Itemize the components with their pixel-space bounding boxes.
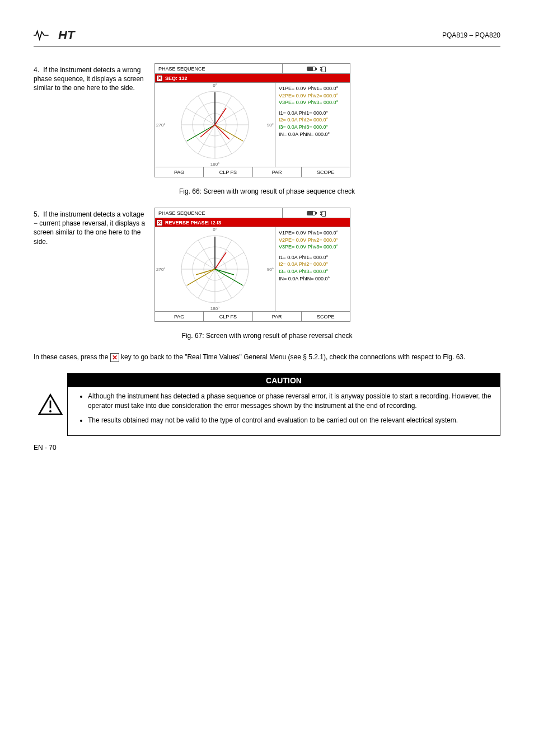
- deg-0-67: 0°: [213, 227, 217, 232]
- para-press-key: In these cases, press the ✕ key to go ba…: [34, 352, 500, 362]
- f67-3[interactable]: SCOPE: [302, 312, 350, 321]
- device-footer-66: PAG CLP FS PAR SCOPE: [155, 167, 350, 177]
- r66-v3: V3PE= 0.0V Phv3= 000.0°: [279, 99, 346, 106]
- r66-in: IN= 0.0A PhIN= 000.0°: [279, 131, 346, 138]
- r67-i3: I3= 0.0A PhI3= 000.0°: [279, 268, 346, 275]
- battery-icon-67: [307, 211, 316, 215]
- phasor-diagram-66: 0° 90° 180° 270°: [155, 83, 275, 167]
- instrument-screenshot-66: PHASE SEQUENCE ✕ SEQ: 132: [154, 63, 350, 177]
- r66-v1: V1PE= 0.0V Phv1= 000.0°: [279, 85, 346, 92]
- r67-v3: V3PE= 0.0V Phv3= 000.0°: [279, 243, 346, 251]
- svg-line-12: [215, 108, 226, 125]
- step-4-text: 4. If the instrument detects a wrong pha…: [34, 63, 146, 93]
- readout-66: V1PE= 0.0V Phv1= 000.0° V2PE= 0.0V Phv2=…: [275, 83, 350, 167]
- r67-in: IN= 0.0A PhIN= 000.0°: [279, 275, 346, 283]
- svg-line-26: [215, 269, 243, 285]
- svg-line-25: [187, 269, 215, 285]
- f67-1[interactable]: CLP FS: [204, 312, 252, 321]
- logo-text: HT: [58, 28, 74, 43]
- svg-line-27: [215, 252, 226, 269]
- f66-3[interactable]: SCOPE: [302, 167, 350, 177]
- device-error-bar: ✕ SEQ: 132: [155, 74, 350, 83]
- footer-left: EN - 70: [34, 444, 57, 452]
- brand-logo: HT: [34, 28, 74, 43]
- warning-triangle-icon: [38, 393, 63, 416]
- page-header: HT PQA819 – PQA820: [34, 28, 500, 46]
- caution-block: CAUTION Although the instrument has dete…: [34, 373, 500, 436]
- phasor-diagram-67: 0° 90° 180° 270°: [155, 227, 275, 311]
- f66-0[interactable]: PAG: [155, 167, 204, 177]
- device-status-icons: [283, 64, 350, 73]
- deg-180-66: 180°: [210, 162, 220, 167]
- error-x-icon: ✕: [156, 75, 163, 82]
- caution-item-1: The results obtained may not be valid to…: [88, 416, 494, 425]
- plug-icon: [319, 67, 326, 71]
- device-error-text-67: REVERSE PHASE: I2-I3: [165, 220, 221, 226]
- r66-i3: I3= 0.0A PhI3= 000.0°: [279, 124, 346, 131]
- r66-v2: V2PE= 0.0V Phv2= 000.0°: [279, 92, 346, 100]
- battery-icon: [307, 67, 316, 71]
- deg-180-67: 180°: [210, 306, 220, 311]
- caution-item-0: Although the instrument has detected a p…: [88, 392, 494, 411]
- f67-2[interactable]: PAR: [253, 312, 302, 321]
- caution-title: CAUTION: [68, 374, 500, 387]
- r67-v2: V2PE= 0.0V Phv2= 000.0°: [279, 237, 346, 244]
- deg-90-66: 90°: [267, 123, 274, 128]
- page-footer: EN - 70: [34, 444, 500, 452]
- deg-270-66: 270°: [156, 123, 166, 128]
- device-error-text: SEQ: 132: [165, 76, 188, 81]
- step-5-number: 5.: [34, 210, 39, 218]
- close-key-icon: ✕: [110, 353, 119, 362]
- device-footer-67: PAG CLP FS PAR SCOPE: [155, 311, 350, 321]
- r67-i2: I2= 0.0A PhI2= 000.0°: [279, 261, 346, 268]
- device-title-67: PHASE SEQUENCE: [155, 208, 283, 218]
- step-5-body: If the instrument detects a voltage − cu…: [34, 210, 145, 246]
- r67-v1: V1PE= 0.0V Phv1= 000.0°: [279, 229, 346, 237]
- deg-270-67: 270°: [156, 267, 166, 272]
- r66-i2: I2= 0.0A PhI2= 000.0°: [279, 116, 346, 124]
- svg-point-32: [49, 410, 51, 412]
- step-4-body: If the instrument detects a wrong phase …: [34, 66, 144, 92]
- readout-67: V1PE= 0.0V Phv1= 000.0° V2PE= 0.0V Phv2=…: [275, 227, 350, 311]
- caution-body: Although the instrument has detected a p…: [68, 387, 500, 435]
- device-error-bar-67: ✕ REVERSE PHASE: I2-I3: [155, 218, 350, 227]
- document-title: PQA819 – PQA820: [442, 31, 500, 39]
- para-after: key to go back to the "Real Time Values"…: [121, 353, 465, 361]
- device-status-icons-67: [283, 208, 350, 218]
- step-4-number: 4.: [34, 66, 39, 74]
- deg-90-67: 90°: [267, 267, 274, 272]
- fig-66-caption: Fig. 66: Screen with wrong result of pha…: [34, 187, 500, 195]
- deg-0-66: 0°: [213, 83, 217, 88]
- f67-0[interactable]: PAG: [155, 312, 204, 321]
- f66-2[interactable]: PAR: [253, 167, 302, 177]
- step-5-text: 5. If the instrument detects a voltage −…: [34, 208, 146, 246]
- fig-67-caption: Fig. 67: Screen with wrong result of pha…: [34, 332, 500, 340]
- r66-i1: I1= 0.0A PhI1= 000.0°: [279, 110, 346, 117]
- device-title: PHASE SEQUENCE: [155, 64, 283, 73]
- svg-line-11: [187, 125, 215, 141]
- error-x-icon-67: ✕: [156, 219, 163, 226]
- instrument-screenshot-67: PHASE SEQUENCE ✕ REVERSE PHASE: I2-I3: [154, 208, 350, 322]
- svg-line-14: [200, 125, 215, 137]
- para-before: In these cases, press the: [34, 353, 110, 361]
- logo-waveform-icon: [34, 29, 56, 41]
- r67-i1: I1= 0.0A PhI1= 000.0°: [279, 254, 346, 261]
- f66-1[interactable]: CLP FS: [204, 167, 252, 177]
- plug-icon-67: [319, 211, 326, 215]
